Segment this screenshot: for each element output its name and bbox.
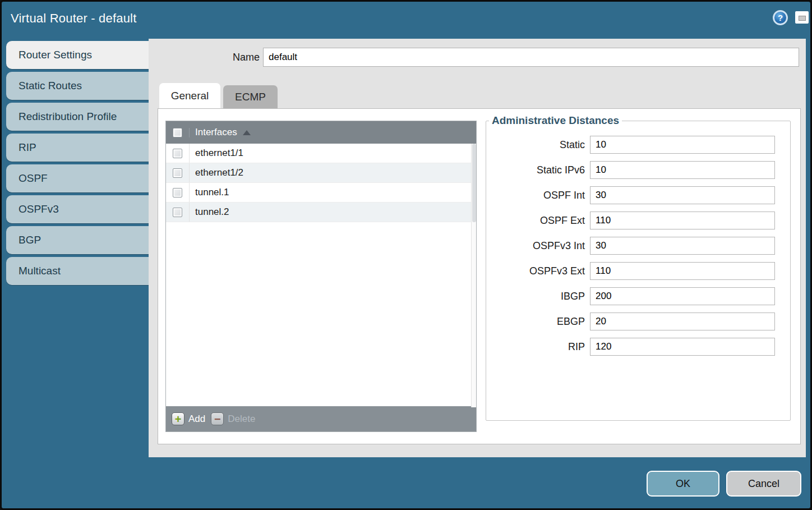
cancel-button[interactable]: Cancel: [726, 471, 801, 497]
row-checkbox[interactable]: [173, 208, 182, 217]
sidebar-item-ospfv3[interactable]: OSPFv3: [6, 195, 149, 223]
rip-input[interactable]: [590, 338, 775, 356]
tab-label: ECMP: [235, 91, 266, 103]
sidebar-item-router-settings[interactable]: Router Settings: [6, 41, 149, 69]
static-ipv6-label: Static IPv6: [486, 164, 590, 176]
interfaces-table: Interfaces ethernet1/1 ethernet1/2 tunne…: [165, 121, 477, 432]
ospfv3-ext-input[interactable]: [590, 262, 775, 280]
minus-icon: −: [211, 412, 224, 425]
tab-general[interactable]: General: [159, 83, 220, 108]
row-checkbox[interactable]: [173, 149, 182, 158]
sidebar-item-redistribution-profile[interactable]: Redistribution Profile: [6, 103, 149, 131]
ospfv3-int-input[interactable]: [590, 237, 775, 255]
sidebar-item-label: OSPF: [19, 172, 48, 185]
tab-ecmp[interactable]: ECMP: [223, 85, 278, 108]
ospfv3-int-label: OSPFv3 Int: [486, 240, 590, 252]
window-pane-glyph: [799, 16, 806, 21]
delete-button-label: Delete: [228, 413, 255, 425]
table-row[interactable]: tunnel.2: [166, 203, 476, 222]
interface-name: tunnel.1: [190, 187, 229, 198]
sidebar-item-multicast[interactable]: Multicast: [6, 257, 149, 285]
window-restore-icon[interactable]: [795, 11, 809, 24]
tab-label: General: [171, 90, 209, 102]
interfaces-table-body: ethernet1/1 ethernet1/2 tunnel.1 tunnel.…: [166, 144, 476, 406]
row-checkbox[interactable]: [173, 188, 182, 197]
static-input[interactable]: [590, 136, 775, 154]
ospf-int-label: OSPF Int: [486, 190, 590, 201]
static-label: Static: [486, 139, 590, 151]
scrollbar-thumb[interactable]: [472, 144, 476, 222]
ebgp-label: EBGP: [486, 316, 590, 328]
sidebar-item-ospf[interactable]: OSPF: [6, 164, 149, 192]
table-row[interactable]: ethernet1/1: [166, 144, 476, 163]
interfaces-column-header[interactable]: Interfaces: [166, 121, 476, 144]
ebgp-input[interactable]: [590, 313, 775, 330]
ospf-ext-label: OSPF Ext: [486, 215, 590, 227]
table-row[interactable]: ethernet1/2: [166, 163, 476, 183]
sort-ascending-icon: [243, 130, 251, 135]
virtual-router-dialog: Virtual Router - default ? Router Settin…: [0, 0, 812, 510]
add-button[interactable]: + Add: [172, 412, 205, 425]
rip-label: RIP: [486, 341, 590, 353]
sidebar-item-label: RIP: [19, 141, 36, 154]
ok-button[interactable]: OK: [647, 471, 719, 497]
sidebar-item-label: BGP: [19, 234, 41, 246]
table-scrollbar[interactable]: [471, 144, 476, 407]
select-all-checkbox[interactable]: [173, 128, 182, 137]
name-label: Name: [222, 52, 260, 63]
sidebar-item-label: Static Routes: [19, 80, 82, 92]
general-tab-panel: Interfaces ethernet1/1 ethernet1/2 tunne…: [158, 108, 801, 444]
table-row[interactable]: tunnel.1: [166, 183, 476, 203]
ibgp-label: IBGP: [486, 291, 590, 302]
row-checkbox[interactable]: [173, 168, 182, 178]
sidebar-item-label: OSPFv3: [19, 203, 59, 215]
sidebar-item-rip[interactable]: RIP: [6, 134, 149, 162]
interface-name: ethernet1/1: [190, 148, 243, 159]
sidebar-item-label: Redistribution Profile: [19, 111, 117, 123]
name-input[interactable]: [263, 48, 799, 67]
table-footer-toolbar: + Add − Delete: [166, 406, 476, 431]
sidebar-item-static-routes[interactable]: Static Routes: [6, 72, 149, 100]
help-icon[interactable]: ?: [773, 10, 788, 25]
sidebar-item-bgp[interactable]: BGP: [6, 226, 149, 254]
ibgp-input[interactable]: [590, 287, 775, 305]
administrative-distances-group: Administrative Distances Static Static I…: [486, 114, 791, 421]
add-button-label: Add: [188, 413, 205, 425]
interfaces-header-label: Interfaces: [190, 127, 237, 138]
dialog-title: Virtual Router - default: [11, 11, 137, 26]
content-area: Name General ECMP Interfaces ethernet1/1: [149, 39, 806, 457]
interface-name: tunnel.2: [190, 206, 229, 218]
static-ipv6-input[interactable]: [590, 161, 775, 179]
ospfv3-ext-label: OSPFv3 Ext: [486, 265, 590, 277]
interface-name: ethernet1/2: [190, 167, 243, 178]
sidebar-item-label: Router Settings: [19, 49, 92, 61]
delete-button[interactable]: − Delete: [211, 412, 255, 425]
administrative-distances-title: Administrative Distances: [489, 114, 622, 127]
sidebar-item-label: Multicast: [19, 265, 61, 277]
ospf-int-input[interactable]: [590, 186, 775, 204]
ospf-ext-input[interactable]: [590, 212, 775, 229]
plus-icon: +: [172, 412, 184, 425]
